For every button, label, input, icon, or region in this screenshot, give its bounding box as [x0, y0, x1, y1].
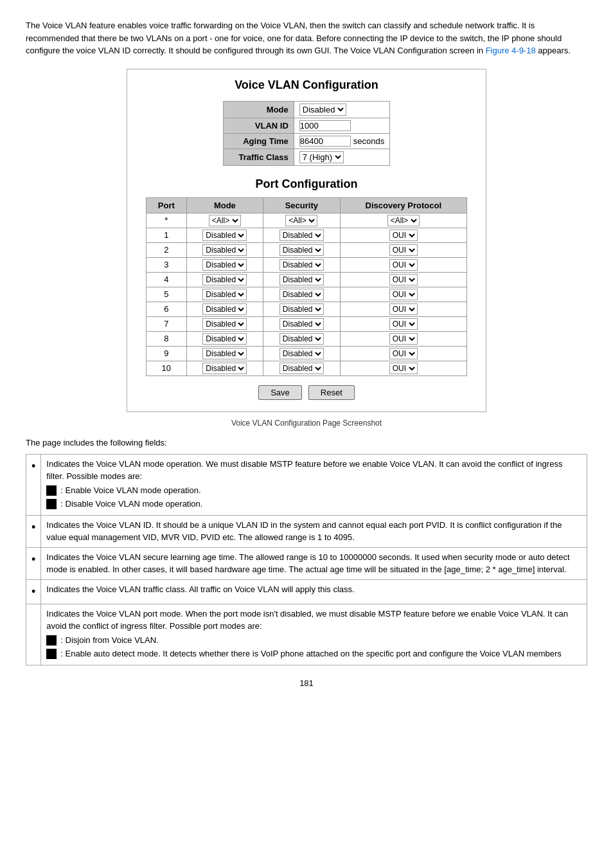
- port-mode-cell[interactable]: <All>: [186, 213, 263, 228]
- bullet-cell: •: [26, 579, 41, 604]
- port-mode-select[interactable]: Disabled: [202, 230, 247, 241]
- info-main-text: Indicates the Voice VLAN traffic class. …: [46, 584, 354, 594]
- port-security-select[interactable]: Disabled: [280, 303, 324, 315]
- select-mode[interactable]: Disabled: [299, 104, 346, 116]
- field-label-aging-time: Aging Time: [223, 133, 294, 149]
- field-value-mode[interactable]: Disabled: [294, 101, 389, 118]
- port-mode-cell[interactable]: Disabled: [186, 257, 263, 272]
- port-security-select[interactable]: Disabled: [280, 274, 324, 285]
- sub-item: : Disjoin from Voice VLAN.: [46, 634, 582, 647]
- port-security-select[interactable]: Disabled: [280, 230, 324, 241]
- port-security-select[interactable]: Disabled: [280, 363, 324, 374]
- port-mode-cell[interactable]: Disabled: [186, 361, 263, 375]
- field-value-aging-time[interactable]: seconds: [294, 133, 389, 149]
- port-discovery-select[interactable]: OUI: [389, 289, 418, 300]
- port-security-select[interactable]: Disabled: [280, 333, 324, 345]
- port-discovery-select[interactable]: OUI: [389, 244, 418, 256]
- field-value-traffic-class[interactable]: 7 (High): [294, 149, 389, 165]
- port-discovery-select[interactable]: OUI: [389, 363, 418, 374]
- save-button[interactable]: Save: [258, 385, 302, 400]
- port-security-select[interactable]: Disabled: [280, 289, 324, 300]
- port-security-cell[interactable]: Disabled: [263, 302, 340, 316]
- port-mode-cell[interactable]: Disabled: [186, 331, 263, 346]
- info-content-cell: Indicates the Voice VLAN mode operation.…: [41, 454, 587, 515]
- port-security-cell[interactable]: Disabled: [263, 287, 340, 302]
- port-security-cell[interactable]: <All>: [263, 213, 340, 228]
- port-mode-cell[interactable]: Disabled: [186, 346, 263, 361]
- port-security-cell[interactable]: Disabled: [263, 257, 340, 272]
- intro-paragraph: The Voice VLAN feature enables voice tra…: [26, 19, 587, 57]
- port-cell: 10: [147, 361, 187, 375]
- port-cell: 4: [147, 272, 187, 287]
- port-discovery-cell[interactable]: OUI: [340, 361, 466, 375]
- info-content-cell: Indicates the Voice VLAN ID. It should b…: [41, 515, 587, 547]
- port-mode-select[interactable]: Disabled: [202, 303, 247, 315]
- port-mode-select[interactable]: Disabled: [202, 259, 247, 271]
- port-discovery-select[interactable]: OUI: [389, 318, 418, 330]
- port-discovery-cell[interactable]: OUI: [340, 257, 466, 272]
- port-cell: 5: [147, 287, 187, 302]
- select-traffic-class[interactable]: 7 (High): [299, 151, 344, 163]
- port-mode-cell[interactable]: Disabled: [186, 287, 263, 302]
- port-security-cell[interactable]: Disabled: [263, 272, 340, 287]
- port-security-cell[interactable]: Disabled: [263, 228, 340, 242]
- port-mode-cell[interactable]: Disabled: [186, 228, 263, 242]
- port-mode-select[interactable]: Disabled: [202, 289, 247, 300]
- port-mode-select[interactable]: Disabled: [202, 318, 247, 330]
- info-content-cell: Indicates the Voice VLAN secure learning…: [41, 547, 587, 579]
- info-row: •Indicates the Voice VLAN ID. It should …: [26, 515, 587, 547]
- port-discovery-cell[interactable]: OUI: [340, 242, 466, 257]
- port-discovery-cell[interactable]: OUI: [340, 228, 466, 242]
- port-discovery-select[interactable]: OUI: [389, 274, 418, 285]
- port-security-cell[interactable]: Disabled: [263, 242, 340, 257]
- port-security-select[interactable]: Disabled: [280, 259, 324, 271]
- port-discovery-select[interactable]: <All>: [387, 215, 420, 226]
- port-cell: 3: [147, 257, 187, 272]
- port-mode-cell[interactable]: Disabled: [186, 272, 263, 287]
- input-aging-time[interactable]: [299, 136, 351, 147]
- input-vlan-id[interactable]: [299, 120, 351, 131]
- port-config-table: PortModeSecurityDiscovery Protocol *<All…: [146, 197, 467, 376]
- port-discovery-cell[interactable]: OUI: [340, 346, 466, 361]
- port-mode-select[interactable]: Disabled: [202, 244, 247, 256]
- info-main-text: Indicates the Voice VLAN port mode. When…: [46, 609, 568, 631]
- port-mode-select[interactable]: Disabled: [202, 333, 247, 345]
- info-table: •Indicates the Voice VLAN mode operation…: [26, 454, 587, 665]
- info-content-cell: Indicates the Voice VLAN port mode. When…: [41, 604, 587, 665]
- port-discovery-cell[interactable]: OUI: [340, 331, 466, 346]
- port-discovery-select[interactable]: OUI: [389, 303, 418, 315]
- port-security-cell[interactable]: Disabled: [263, 331, 340, 346]
- port-security-cell[interactable]: Disabled: [263, 316, 340, 331]
- port-mode-cell[interactable]: Disabled: [186, 302, 263, 316]
- port-security-select[interactable]: Disabled: [280, 244, 324, 256]
- port-security-select[interactable]: <All>: [285, 215, 317, 226]
- port-discovery-cell[interactable]: OUI: [340, 316, 466, 331]
- reset-button[interactable]: Reset: [308, 385, 355, 400]
- port-mode-cell[interactable]: Disabled: [186, 242, 263, 257]
- port-mode-select[interactable]: Disabled: [202, 363, 247, 374]
- sub-item: : Enable Voice VLAN mode operation.: [46, 484, 582, 497]
- port-security-cell[interactable]: Disabled: [263, 361, 340, 375]
- port-mode-cell[interactable]: Disabled: [186, 316, 263, 331]
- port-cell: 9: [147, 346, 187, 361]
- port-discovery-select[interactable]: OUI: [389, 348, 418, 359]
- bullet-cell: •: [26, 515, 41, 547]
- sub-item: : Enable auto detect mode. It detects wh…: [46, 647, 582, 660]
- port-discovery-cell[interactable]: OUI: [340, 287, 466, 302]
- port-discovery-select[interactable]: OUI: [389, 259, 418, 271]
- field-value-vlan-id[interactable]: [294, 118, 389, 133]
- port-mode-select[interactable]: Disabled: [202, 348, 247, 359]
- port-discovery-cell[interactable]: OUI: [340, 272, 466, 287]
- port-discovery-cell[interactable]: OUI: [340, 302, 466, 316]
- sub-item-text: : Disable Voice VLAN mode operation.: [60, 498, 202, 511]
- figure-link[interactable]: Figure 4-9-18: [486, 46, 536, 55]
- info-row: •Indicates the Voice VLAN mode operation…: [26, 454, 587, 515]
- port-security-cell[interactable]: Disabled: [263, 346, 340, 361]
- port-discovery-select[interactable]: OUI: [389, 230, 418, 241]
- port-discovery-select[interactable]: OUI: [389, 333, 418, 345]
- port-mode-select[interactable]: <All>: [209, 215, 241, 226]
- port-security-select[interactable]: Disabled: [280, 348, 324, 359]
- port-discovery-cell[interactable]: <All>: [340, 213, 466, 228]
- port-security-select[interactable]: Disabled: [280, 318, 324, 330]
- port-mode-select[interactable]: Disabled: [202, 274, 247, 285]
